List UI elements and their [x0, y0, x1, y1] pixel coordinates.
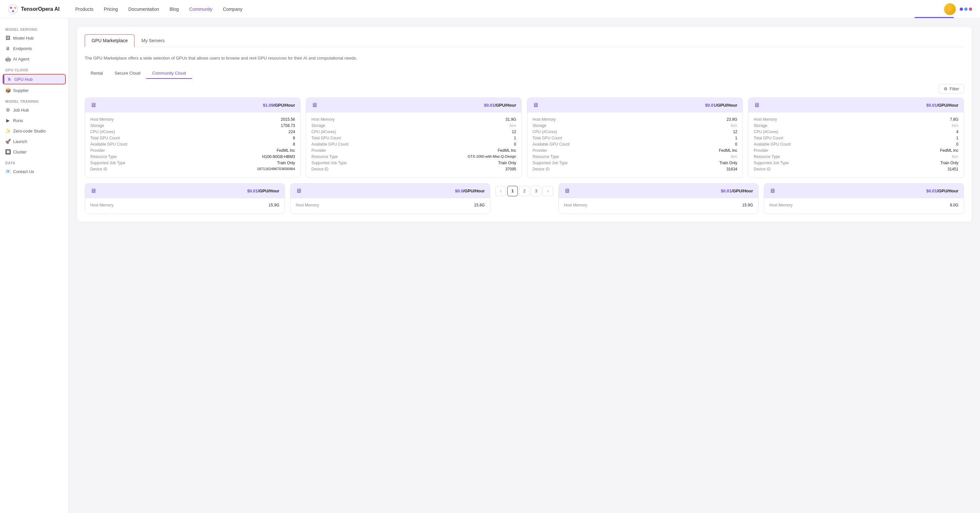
gpu-price-unit-2: /GPU/Hour [716, 103, 737, 108]
sidebar-item-contact-us[interactable]: 📧 Contact Us [0, 166, 68, 177]
gpu-row: Supported Job TypeTrain Only [90, 161, 295, 165]
sidebar-item-model-hub[interactable]: 🖼 Model Hub [0, 33, 68, 43]
pagination-prev[interactable]: ‹ [496, 186, 506, 196]
filter-icon: ⚙ [944, 86, 948, 91]
nav-right: ⚡ [944, 3, 972, 15]
pagination-page-3[interactable]: 3 [531, 186, 541, 196]
top-navigation: TensorOpera AI Products Pricing Document… [0, 0, 980, 18]
gpu-row: Available GPU Count8 [90, 142, 295, 147]
gpu-card-2[interactable]: 🖥 $0.01/GPU/Hour Host Memory23.9G Storag… [527, 97, 743, 178]
gpu-price-2: $0.01/GPU/Hour [705, 103, 737, 108]
gpu-price-0: $1.09/GPU/Hour [263, 103, 295, 108]
sidebar-item-job-hub[interactable]: ⚙ Job Hub [0, 105, 68, 115]
sidebar-item-runs[interactable]: ▶ Runs [0, 115, 68, 126]
model-hub-icon: 🖼 [5, 35, 11, 41]
nav-blog[interactable]: Blog [169, 6, 178, 12]
sidebar-item-cluster[interactable]: 🔲 Cluster [0, 147, 68, 157]
sidebar-section-gpu-cloud: GPU Cloud [0, 64, 68, 73]
sidebar-label-endpoints: Endpoints [13, 46, 32, 51]
subtab-secure-cloud[interactable]: Secure Cloud [109, 68, 146, 79]
gpu-price-unit-3: /GPU/Hour [937, 103, 958, 108]
sidebar-label-supplier: Supplier [13, 88, 29, 93]
nav-company[interactable]: Company [223, 6, 242, 12]
sidebar-item-ai-agent[interactable]: 🤖 AI Agent [0, 54, 68, 64]
nav-products[interactable]: Products [75, 6, 93, 12]
gpu-card-header-3: 🖥 $0.01/GPU/Hour [748, 98, 964, 113]
nav-pricing[interactable]: Pricing [104, 6, 118, 12]
avatar[interactable]: ⚡ [944, 3, 956, 15]
content-area: GPU Marketplace My Servers The GPU Marke… [69, 18, 980, 513]
gpu-row: ProviderFedML Inc [90, 148, 295, 153]
pagination-page-1[interactable]: 1 [508, 186, 518, 196]
gpu-row: Resource TypeH100-80GB-HBM3 [90, 155, 295, 159]
nav-links: Products Pricing Documentation Blog Comm… [75, 6, 944, 12]
gpu-chip-icon-2: 🖥 [533, 102, 538, 108]
gpu-price-1: $0.01/GPU/Hour [484, 103, 516, 108]
gpu-card-3[interactable]: 🖥 $0.01/GPU/Hour Host Memory7.8G Storage… [748, 97, 964, 178]
supplier-icon: 📦 [5, 88, 11, 93]
gpu-card-row2-3[interactable]: 🖥 $0.01/GPU/Hour Host Memory8.0G [764, 183, 964, 214]
gpu-card-body-1: Host Memory31.9G StorageN/A CPU (#Cores)… [306, 113, 522, 178]
sidebar-label-model-hub: Model Hub [13, 36, 34, 41]
sidebar-label-cluster: Cluster [13, 150, 27, 155]
sidebar-label-gpu-hub: GPU Hub [14, 77, 33, 82]
tab-gpu-marketplace[interactable]: GPU Marketplace [85, 34, 134, 47]
launch-icon: 🚀 [5, 139, 11, 144]
gpu-card-1[interactable]: 🖥 $0.01/GPU/Hour Host Memory31.9G Storag… [306, 97, 522, 178]
nav-dots [960, 8, 972, 11]
gpu-price-3: $0.01/GPU/Hour [926, 103, 958, 108]
gpu-price-val-0: $1.09 [263, 103, 274, 108]
gpu-card-0[interactable]: 🖥 $1.09/GPU/Hour Host Memory2015.56 Stor… [85, 97, 301, 178]
sidebar-item-endpoints[interactable]: 🖥 Endpoints [0, 43, 68, 54]
sidebar-label-zero-code: Zero-code Studio [13, 129, 46, 134]
logo[interactable]: TensorOpera AI [8, 4, 59, 14]
sidebar-section-model-training: Model Training [0, 96, 68, 105]
gpu-hub-icon: 🖱 [6, 76, 12, 82]
pagination-next[interactable]: › [542, 186, 553, 196]
cluster-icon: 🔲 [5, 149, 11, 155]
dot-blue [964, 8, 967, 11]
sidebar-label-job-hub: Job Hub [13, 108, 29, 113]
sidebar-item-launch[interactable]: 🚀 Launch [0, 136, 68, 147]
tab-description: The GPU Marketplace offers a wide select… [85, 53, 964, 62]
gpu-chip-icon-3: 🖥 [754, 102, 759, 108]
logo-icon [8, 4, 18, 14]
gpu-row: Storage1758.73 [90, 123, 295, 128]
logo-text: TensorOpera AI [21, 6, 59, 12]
subtab-rental[interactable]: Rental [85, 68, 109, 79]
gpu-cards-grid: 🖥 $1.09/GPU/Hour Host Memory2015.56 Stor… [85, 97, 964, 178]
dot-pink [969, 8, 972, 11]
pagination: ‹ 1 2 3 › [496, 183, 553, 199]
sub-tabs: Rental Secure Cloud Community Cloud [85, 68, 964, 79]
sidebar-section-data: Data [0, 157, 68, 166]
gpu-card-header-0: 🖥 $1.09/GPU/Hour [85, 98, 300, 113]
filter-row: ⚙ Filter [85, 84, 964, 94]
filter-button[interactable]: ⚙ Filter [939, 84, 964, 94]
tab-my-servers[interactable]: My Servers [134, 34, 172, 47]
sidebar-label-launch: Launch [13, 139, 27, 144]
gpu-row: Device ID1871162486703656964 [90, 167, 295, 171]
endpoints-icon: 🖥 [5, 46, 11, 51]
sidebar-label-ai-agent: AI Agent [13, 57, 29, 62]
gpu-card-row2-2[interactable]: 🖥 $0.01/GPU/Hour Host Memory15.9G [558, 183, 759, 214]
gpu-card-body-0: Host Memory2015.56 Storage1758.73 CPU (#… [85, 113, 300, 178]
gpu-row: CPU (#Cores)224 [90, 129, 295, 134]
sidebar-item-gpu-hub[interactable]: 🖱 GPU Hub [3, 74, 66, 84]
ai-agent-icon: 🤖 [5, 56, 11, 62]
sidebar-label-contact-us: Contact Us [13, 169, 34, 174]
gpu-card-row2-1[interactable]: 🖥 $0.0/GPU/Hour Host Memory15.8G [290, 183, 490, 214]
main-card: GPU Marketplace My Servers The GPU Marke… [76, 26, 972, 222]
sidebar-item-zero-code-studio[interactable]: ✨ Zero-code Studio [0, 126, 68, 136]
sidebar-section-model-serving: Model Serving [0, 24, 68, 33]
contact-icon: 📧 [5, 169, 11, 174]
svg-point-0 [8, 5, 18, 14]
pagination-page-2[interactable]: 2 [519, 186, 530, 196]
nav-documentation[interactable]: Documentation [128, 6, 159, 12]
top-tabs: GPU Marketplace My Servers [85, 34, 964, 47]
gpu-card-row2-0[interactable]: 🖥 $0.01/GPU/Hour Host Memory15.9G [85, 183, 285, 214]
nav-community[interactable]: Community [189, 6, 213, 12]
runs-icon: ▶ [5, 118, 11, 123]
subtab-community-cloud[interactable]: Community Cloud [146, 68, 192, 79]
sidebar-item-supplier[interactable]: 📦 Supplier [0, 85, 68, 96]
gpu-chip-icon-1: 🖥 [312, 102, 317, 108]
